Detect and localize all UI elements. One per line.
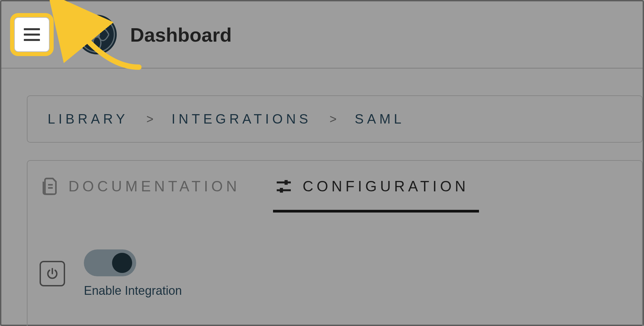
integration-card: DOCUMENTATION CONFIGURATION [27, 160, 643, 326]
enable-integration-label: Enable Integration [84, 284, 182, 298]
tab-configuration[interactable]: CONFIGURATION [273, 174, 479, 213]
power-icon [46, 267, 59, 280]
svg-rect-11 [280, 188, 283, 193]
app-frame: Dashboard LIBRARY > INTEGRATIONS > SAML … [0, 0, 644, 326]
toggle-knob [112, 253, 132, 273]
power-icon-box [40, 261, 65, 286]
enable-integration-toggle[interactable] [84, 249, 136, 276]
chevron-right-icon: > [146, 112, 153, 126]
breadcrumb-saml[interactable]: SAML [355, 111, 405, 127]
tab-label: CONFIGURATION [303, 178, 469, 195]
breadcrumb: LIBRARY > INTEGRATIONS > SAML [27, 95, 643, 143]
hamburger-icon [24, 28, 40, 41]
field-entity-id-label: Identity Provider Entity ID [40, 324, 631, 326]
content: LIBRARY > INTEGRATIONS > SAML DOCUMENTAT… [1, 68, 643, 326]
tabs: DOCUMENTATION CONFIGURATION [39, 174, 631, 213]
app-logo [77, 15, 117, 54]
svg-rect-9 [284, 180, 287, 185]
breadcrumb-library[interactable]: LIBRARY [48, 111, 128, 127]
svg-point-5 [94, 32, 100, 38]
tab-documentation[interactable]: DOCUMENTATION [39, 174, 250, 213]
sliders-icon [274, 177, 293, 196]
document-icon [40, 177, 59, 196]
enable-row: Enable Integration [40, 249, 631, 298]
chevron-right-icon: > [330, 112, 337, 126]
config-section: Enable Integration Identity Provider Ent… [39, 249, 631, 326]
menu-button[interactable] [14, 17, 50, 52]
tab-label: DOCUMENTATION [68, 178, 240, 195]
page-title: Dashboard [130, 24, 232, 46]
breadcrumb-integrations[interactable]: INTEGRATIONS [171, 111, 311, 127]
header: Dashboard [1, 1, 643, 68]
